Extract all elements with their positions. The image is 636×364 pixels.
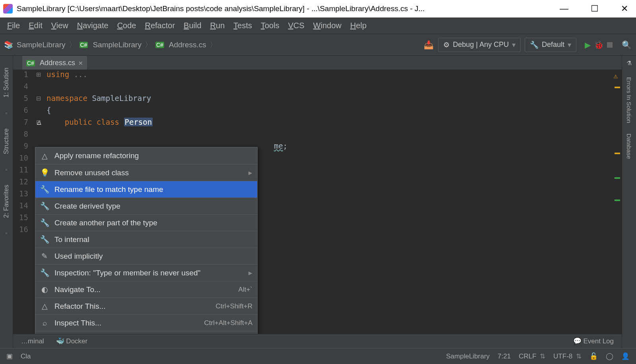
build-icon[interactable]: 📥 <box>423 39 434 50</box>
editor-line[interactable]: 1⊞using ... <box>13 70 622 82</box>
code-text[interactable]: { <box>43 106 51 118</box>
code-text[interactable] <box>43 130 47 141</box>
code-text[interactable]: using ... <box>43 70 87 82</box>
run-config-selector[interactable]: 🔧 Default ▾ <box>525 38 576 52</box>
menu-item-icon: 💡 <box>40 168 49 177</box>
menu-item-icon: 🔧 <box>40 201 49 211</box>
breadcrumb-solution[interactable]: SampleLibrary <box>17 41 66 49</box>
menu-build[interactable]: Build <box>184 21 201 30</box>
search-everywhere-icon[interactable]: 🔍 <box>621 39 632 50</box>
line-number: 1 <box>13 70 34 82</box>
menu-code[interactable]: Code <box>117 21 136 30</box>
fold-gutter[interactable] <box>34 130 43 141</box>
menu-view[interactable]: View <box>51 21 68 30</box>
status-bar: ▣ Cla SampleLibrary 7:21 CRLF ⇅ UTF-8 ⇅ … <box>0 348 636 364</box>
tab-address-cs[interactable]: C# Address.cs ✕ <box>22 56 87 70</box>
close-tab-icon[interactable]: ✕ <box>78 60 83 66</box>
status-project[interactable]: SampleLibrary <box>446 352 490 360</box>
fold-gutter[interactable] <box>34 82 43 94</box>
menu-tools[interactable]: Tools <box>261 21 279 30</box>
submenu-arrow-icon: ▸ <box>248 168 252 177</box>
maximize-button[interactable]: ☐ <box>591 4 599 14</box>
code-text[interactable]: namespace SampleLibrary <box>43 94 151 106</box>
titlebar: SampleLibrary [C:\Users\maart\Desktop\Je… <box>0 0 636 17</box>
status-line-ending[interactable]: CRLF ⇅ <box>519 352 545 360</box>
lock-icon[interactable]: 🔓 <box>589 352 598 360</box>
menu-item-remove-unused-class[interactable]: 💡Remove unused class▸ <box>35 164 257 181</box>
status-text: Cla <box>21 352 31 360</box>
menu-item-rename-file-to-match-type-name[interactable]: 🔧Rename file to match type name <box>35 181 257 197</box>
tool--solution[interactable]: 1: Solution <box>3 68 10 98</box>
menu-item-label: Create derived type <box>54 202 120 211</box>
stop-button[interactable] <box>604 39 615 50</box>
menu-item-label: Refactor This... <box>54 302 105 311</box>
tool--favorites[interactable]: 2: Favorites <box>3 185 10 218</box>
editor-line[interactable]: 4 <box>13 82 622 94</box>
tool-terminal[interactable]: …minal <box>21 337 44 345</box>
menu-item-create-derived-type[interactable]: 🔧Create derived type <box>35 197 257 214</box>
menu-item-label: Inspect This... <box>54 319 101 327</box>
tool-docker[interactable]: 🐳 Docker <box>56 337 88 345</box>
breadcrumb-file[interactable]: Address.cs <box>169 41 206 49</box>
minimize-button[interactable]: — <box>560 4 568 14</box>
chevron-down-icon: ▾ <box>568 41 571 49</box>
editor-tabs: C# Address.cs ✕ <box>0 56 636 70</box>
editor-line[interactable]: 6{ <box>13 106 622 118</box>
menu-item-used-implicitly[interactable]: ✎Used implicitly <box>35 248 257 264</box>
event-log-link[interactable]: 💬 Event Log <box>573 337 614 345</box>
code-text[interactable]: public class Person <box>43 118 153 130</box>
menu-tests[interactable]: Tests <box>233 21 252 30</box>
menu-help[interactable]: Help <box>350 21 366 30</box>
menu-edit[interactable]: Edit <box>29 21 42 30</box>
menu-item-create-another-part-of-the-type[interactable]: 🔧Create another part of the type <box>35 214 257 231</box>
tool-structure[interactable]: Structure <box>3 128 10 154</box>
menu-file[interactable]: File <box>7 21 20 30</box>
line-number: 16 <box>13 225 34 237</box>
debug-button[interactable]: 🐞 <box>593 39 604 50</box>
menu-item-refactor-this[interactable]: △Refactor This...Ctrl+Shift+R <box>35 298 257 314</box>
line-number: 4 <box>13 82 34 94</box>
fold-gutter[interactable]: ⊟ <box>34 94 43 106</box>
menu-item-to-internal[interactable]: 🔧To internal <box>35 231 257 248</box>
close-button[interactable]: ✕ <box>621 4 628 14</box>
status-circle-icon[interactable]: ◯ <box>606 352 613 360</box>
status-left-icon[interactable]: ▣ <box>6 352 13 360</box>
editor-line[interactable]: 5⊟namespace SampleLibrary <box>13 94 622 106</box>
chevron-down-icon: ▾ <box>512 41 516 49</box>
tool-database[interactable]: Database <box>626 134 632 159</box>
status-person-icon[interactable]: 👤 <box>621 352 630 360</box>
left-tool-rail: 1: Solution▫Structure▫2: Favorites▫ <box>0 56 13 348</box>
run-button[interactable]: ▶ <box>582 39 593 50</box>
fold-gutter[interactable] <box>34 106 43 118</box>
app-logo <box>3 4 13 14</box>
toolbar: 📚 SampleLibrary 〉 C# SampleLibrary 〉 C# … <box>0 34 636 56</box>
status-caret-pos[interactable]: 7:21 <box>498 352 511 360</box>
status-encoding[interactable]: UTF-8 ⇅ <box>553 352 582 360</box>
breadcrumbs[interactable]: 📚 SampleLibrary 〉 C# SampleLibrary 〉 C# … <box>4 40 217 50</box>
fold-gutter[interactable]: ⊞ <box>34 70 43 82</box>
menu-navigate[interactable]: Navigate <box>77 21 109 30</box>
build-config-selector[interactable]: ⚙ Debug | Any CPU ▾ <box>438 38 521 52</box>
menu-vcs[interactable]: VCS <box>288 21 304 30</box>
menu-run[interactable]: Run <box>210 21 225 30</box>
menu-item-inspect-this[interactable]: ⌕Inspect This...Ctrl+Alt+Shift+A <box>35 314 257 331</box>
menu-item-icon: 🔧 <box>40 235 49 244</box>
line-number: 6 <box>13 106 34 118</box>
editor-line[interactable]: 7⊟ public class Person <box>13 118 622 130</box>
submenu-arrow-icon: ▸ <box>248 268 252 277</box>
editor-line[interactable]: 8 <box>13 130 622 141</box>
window-controls: — ☐ ✕ <box>560 4 628 14</box>
menu-item-navigate-to[interactable]: ◐Navigate To...Alt+` <box>35 281 257 298</box>
flask-icon[interactable]: ⚗ <box>626 60 632 67</box>
tab-label: Address.cs <box>40 59 75 67</box>
action-indicator-icon[interactable]: △ <box>37 118 41 126</box>
menu-refactor[interactable]: Refactor <box>145 21 175 30</box>
menu-item-apply-rename-refactoring[interactable]: △Apply rename refactoring <box>35 147 257 164</box>
right-tool-rail: ⚗ Errors In SolutionDatabase <box>622 56 636 348</box>
menu-item-inspection-type-or-member-is-never-used[interactable]: 🔧Inspection: "Type or member is never us… <box>35 264 257 281</box>
code-text[interactable] <box>43 82 47 94</box>
menu-window[interactable]: Window <box>313 21 341 30</box>
line-number: 12 <box>13 177 34 189</box>
tool-errors-in-solution[interactable]: Errors In Solution <box>626 77 632 123</box>
breadcrumb-project[interactable]: SampleLibrary <box>93 41 142 49</box>
